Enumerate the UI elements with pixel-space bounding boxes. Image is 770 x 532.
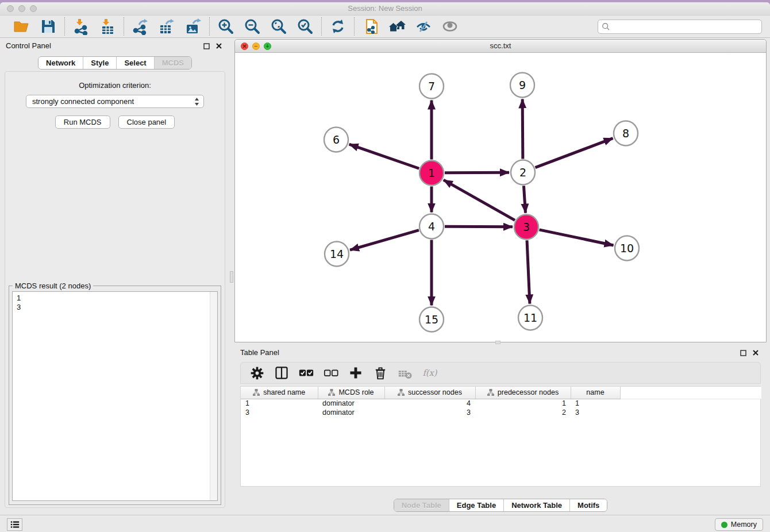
close-window-icon[interactable] [7,5,14,12]
table-cell[interactable]: dominator [318,408,384,417]
unselect-all-columns-button[interactable] [323,365,339,381]
graph-edge-2-8[interactable] [536,138,613,168]
graph-node-1[interactable]: 1 [419,161,444,186]
graph-node-9[interactable]: 9 [510,73,534,98]
graph-edge-1-6[interactable] [349,144,419,168]
zoom-selected-button[interactable] [296,17,314,36]
result-scrollbar[interactable] [210,292,217,500]
tab-edge-table[interactable]: Edge Table [449,499,504,511]
close-panel-button[interactable]: Close panel [118,115,175,129]
zoom-in-button[interactable] [217,17,235,36]
close-view-icon[interactable]: ✕ [241,43,248,50]
table-settings-button[interactable] [249,365,265,381]
criterion-dropdown[interactable]: strongly connected component [26,95,204,108]
tab-node-table[interactable]: Node Table [394,499,449,511]
run-mcds-button[interactable]: Run MCDS [55,115,110,129]
graph-edge-2-3[interactable] [523,186,525,213]
column-header-successor-nodes[interactable]: successor nodes [384,387,475,399]
float-panel-icon[interactable] [202,42,210,50]
import-table-button[interactable] [98,17,117,36]
column-header-name[interactable]: name [571,387,620,399]
save-session-button[interactable] [39,17,57,36]
add-column-button[interactable] [348,365,364,381]
table-cell[interactable]: 3 [384,408,475,417]
table-row[interactable]: 1dominator411 [241,399,761,408]
vertical-splitter-handle[interactable] [230,271,233,283]
tab-style[interactable]: Style [83,57,117,69]
float-table-panel-icon[interactable] [739,349,747,357]
refresh-icon [329,18,346,35]
show-preview-button[interactable] [441,17,459,36]
fx-icon: f(x) [422,365,438,381]
memory-status-icon [721,522,727,528]
horizontal-splitter-handle[interactable] [495,341,500,344]
network-canvas[interactable]: 7968124314101511 [235,53,766,342]
graph-edge-3-1[interactable] [444,180,515,220]
refresh-view-button[interactable] [329,17,347,36]
graph-node-7[interactable]: 7 [419,74,444,99]
tab-motifs[interactable]: Motifs [570,499,607,511]
table-cell[interactable]: 1 [241,399,318,408]
close-table-panel-icon[interactable] [752,349,760,357]
graph-node-15[interactable]: 15 [419,307,444,332]
zoom-out-button[interactable] [243,17,261,36]
table-cell[interactable]: 1 [475,399,571,408]
dropdown-stepper-icon [194,97,199,106]
graph-node-4[interactable]: 4 [419,214,444,239]
graph-node-10[interactable]: 10 [615,236,639,261]
column-header-predecessor-nodes[interactable]: predecessor nodes [475,387,571,399]
search-input[interactable] [610,21,761,33]
graph-node-8[interactable]: 8 [614,121,638,146]
column-header-mcds-role[interactable]: MCDS role [318,387,384,399]
export-network-icon [132,18,149,35]
mcds-result-list[interactable]: 1 3 [12,291,218,501]
open-session-button[interactable] [13,17,31,36]
maximize-view-icon[interactable]: + [264,43,271,50]
graph-node-2[interactable]: 2 [511,160,535,185]
memory-button[interactable]: Memory [715,518,763,531]
delete-column-button[interactable] [372,365,388,381]
graph-edge-3-10[interactable] [540,230,614,245]
export-table-button[interactable] [157,17,176,36]
graph-node-label: 7 [428,80,435,92]
export-network-button[interactable] [131,17,149,36]
tab-mcds[interactable]: MCDS [155,57,191,69]
tab-network-table[interactable]: Network Table [504,499,570,511]
hide-preview-button[interactable] [414,17,433,36]
table-cell[interactable]: 3 [241,408,318,417]
graph-edge-4-14[interactable] [350,230,419,250]
table-cell[interactable]: 4 [384,399,475,408]
minimize-view-icon[interactable]: − [252,43,260,50]
table-cell[interactable]: 3 [571,408,620,417]
task-history-button[interactable] [7,518,22,531]
table-cell[interactable]: dominator [318,399,384,408]
graph-edge-3-11[interactable] [527,240,530,303]
graph-node-3[interactable]: 3 [514,215,538,240]
home-button[interactable] [388,17,406,36]
select-all-columns-button[interactable] [298,365,314,381]
column-layout-button[interactable] [274,365,290,381]
table-row[interactable]: 3dominator323 [241,408,761,417]
graph-edge-2-9[interactable] [522,99,523,159]
table-panel: Table Panel [234,345,767,512]
network-view-window: ✕ − + scc.txt 7968124314101511 [234,39,767,342]
table-cell[interactable]: 2 [475,408,571,417]
graph-edge-4-3[interactable] [445,226,513,227]
graph-node-11[interactable]: 11 [518,306,542,330]
graph-node-14[interactable]: 14 [325,242,349,267]
close-panel-icon[interactable] [215,42,223,50]
tab-select[interactable]: Select [117,57,154,69]
tab-network[interactable]: Network [38,57,83,69]
table-cell[interactable]: 1 [571,399,620,408]
titlebar: Session: New Session [0,2,770,16]
maximize-window-icon[interactable] [30,5,37,12]
graph-node-6[interactable]: 6 [324,128,348,152]
import-network-button[interactable] [72,17,90,36]
minimize-window-icon[interactable] [18,5,25,12]
graph-edge-1-2[interactable] [445,172,509,173]
column-header-shared-name[interactable]: shared name [241,387,318,399]
network-from-file-button[interactable] [361,17,380,36]
network-window-titlebar[interactable]: ✕ − + scc.txt [235,40,766,53]
zoom-fit-button[interactable] [270,17,288,36]
export-image-button[interactable] [184,17,202,36]
